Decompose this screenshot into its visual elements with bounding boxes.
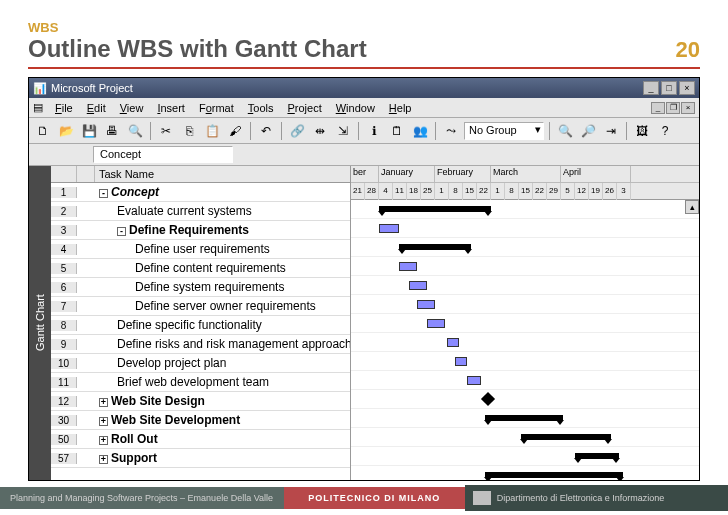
row-id[interactable]: 1 <box>51 187 77 198</box>
table-row[interactable]: 50+Roll Out <box>51 430 350 449</box>
menu-file[interactable]: File <box>49 101 79 115</box>
summary-bar[interactable] <box>575 453 619 459</box>
table-row[interactable]: 6Define system requirements <box>51 278 350 297</box>
format-painter-icon[interactable]: 🖌 <box>225 121 245 141</box>
open-icon[interactable]: 📂 <box>56 121 76 141</box>
table-row[interactable] <box>51 468 350 480</box>
note-icon[interactable]: 🗒 <box>387 121 407 141</box>
maximize-button[interactable]: □ <box>661 81 677 95</box>
preview-icon[interactable]: 🔍 <box>125 121 145 141</box>
table-row[interactable]: 57+Support <box>51 449 350 468</box>
row-id[interactable]: 57 <box>51 453 77 464</box>
row-id[interactable]: 50 <box>51 434 77 445</box>
entry-field[interactable]: Concept <box>93 146 233 163</box>
summary-bar[interactable] <box>379 206 491 212</box>
col-indicator-header[interactable] <box>77 166 95 182</box>
task-name-cell[interactable]: +Roll Out <box>95 432 350 446</box>
expand-icon[interactable]: + <box>99 436 108 445</box>
info-icon[interactable]: ℹ <box>364 121 384 141</box>
assign-icon[interactable]: 👥 <box>410 121 430 141</box>
row-id[interactable]: 8 <box>51 320 77 331</box>
print-icon[interactable]: 🖶 <box>102 121 122 141</box>
menu-format[interactable]: Format <box>193 101 240 115</box>
task-name-cell[interactable]: Develop project plan <box>95 356 350 370</box>
new-icon[interactable]: 🗋 <box>33 121 53 141</box>
row-id[interactable]: 7 <box>51 301 77 312</box>
table-row[interactable]: 5Define content requirements <box>51 259 350 278</box>
row-id[interactable]: 4 <box>51 244 77 255</box>
task-name-cell[interactable]: Define system requirements <box>95 280 350 294</box>
copy-picture-icon[interactable]: 🖼 <box>632 121 652 141</box>
close-button[interactable]: × <box>679 81 695 95</box>
task-bar[interactable] <box>379 224 399 233</box>
row-id[interactable]: 10 <box>51 358 77 369</box>
table-row[interactable]: 12+Web Site Design <box>51 392 350 411</box>
table-row[interactable]: 9Define risks and risk management approa… <box>51 335 350 354</box>
menu-insert[interactable]: Insert <box>151 101 191 115</box>
zoom-out-icon[interactable]: 🔍 <box>555 121 575 141</box>
unlink-icon[interactable]: ⇹ <box>310 121 330 141</box>
doc-minimize-button[interactable]: _ <box>651 102 665 114</box>
table-row[interactable]: 30+Web Site Development <box>51 411 350 430</box>
menu-project[interactable]: Project <box>281 101 327 115</box>
task-bar[interactable] <box>399 262 417 271</box>
summary-bar[interactable] <box>521 434 611 440</box>
menu-window[interactable]: Window <box>330 101 381 115</box>
task-bar[interactable] <box>417 300 435 309</box>
table-row[interactable]: 4Define user requirements <box>51 240 350 259</box>
task-bar[interactable] <box>467 376 481 385</box>
task-name-cell[interactable]: +Support <box>95 451 350 465</box>
save-icon[interactable]: 💾 <box>79 121 99 141</box>
row-id[interactable]: 2 <box>51 206 77 217</box>
task-name-cell[interactable]: -Define Requirements <box>95 223 350 237</box>
col-id-header[interactable] <box>51 166 77 182</box>
task-bar[interactable] <box>427 319 445 328</box>
task-bar[interactable] <box>409 281 427 290</box>
goto-task-icon[interactable]: ⇥ <box>601 121 621 141</box>
task-name-cell[interactable]: Define specific functionality <box>95 318 350 332</box>
row-id[interactable]: 3 <box>51 225 77 236</box>
summary-bar[interactable] <box>399 244 471 250</box>
task-name-cell[interactable]: Define user requirements <box>95 242 350 256</box>
help-icon[interactable]: ? <box>655 121 675 141</box>
expand-icon[interactable]: + <box>99 455 108 464</box>
copy-icon[interactable]: ⎘ <box>179 121 199 141</box>
undo-icon[interactable]: ↶ <box>256 121 276 141</box>
menu-view[interactable]: View <box>114 101 150 115</box>
row-id[interactable]: 9 <box>51 339 77 350</box>
task-name-cell[interactable]: Brief web development team <box>95 375 350 389</box>
milestone-icon[interactable] <box>481 392 495 406</box>
split-icon[interactable]: ⇲ <box>333 121 353 141</box>
expand-icon[interactable]: + <box>99 398 108 407</box>
row-id[interactable]: 12 <box>51 396 77 407</box>
table-row[interactable]: 10Develop project plan <box>51 354 350 373</box>
summary-bar[interactable] <box>485 415 563 421</box>
doc-restore-button[interactable]: ❐ <box>666 102 680 114</box>
cut-icon[interactable]: ✂ <box>156 121 176 141</box>
collapse-icon[interactable]: - <box>99 189 108 198</box>
minimize-button[interactable]: _ <box>643 81 659 95</box>
expand-icon[interactable]: + <box>99 417 108 426</box>
task-bar[interactable] <box>447 338 459 347</box>
table-row[interactable]: 7Define server owner requirements <box>51 297 350 316</box>
summary-bar[interactable] <box>485 472 623 478</box>
gantt-body[interactable]: ▴ <box>351 200 699 480</box>
zoom-in-icon[interactable]: 🔎 <box>578 121 598 141</box>
table-row[interactable]: 1-Concept <box>51 183 350 202</box>
menu-tools[interactable]: Tools <box>242 101 280 115</box>
menu-help[interactable]: Help <box>383 101 418 115</box>
table-row[interactable]: 2Evaluate current systems <box>51 202 350 221</box>
doc-close-button[interactable]: × <box>681 102 695 114</box>
task-name-cell[interactable]: Define server owner requirements <box>95 299 350 313</box>
row-id[interactable]: 5 <box>51 263 77 274</box>
col-name-header[interactable]: Task Name <box>95 166 350 182</box>
table-row[interactable]: 8Define specific functionality <box>51 316 350 335</box>
menu-edit[interactable]: Edit <box>81 101 112 115</box>
task-name-cell[interactable]: +Web Site Design <box>95 394 350 408</box>
group-select[interactable]: No Group <box>464 122 544 140</box>
task-name-cell[interactable]: Define content requirements <box>95 261 350 275</box>
row-id[interactable]: 30 <box>51 415 77 426</box>
paste-icon[interactable]: 📋 <box>202 121 222 141</box>
goto-icon[interactable]: ⤳ <box>441 121 461 141</box>
task-name-cell[interactable]: -Concept <box>95 185 350 199</box>
